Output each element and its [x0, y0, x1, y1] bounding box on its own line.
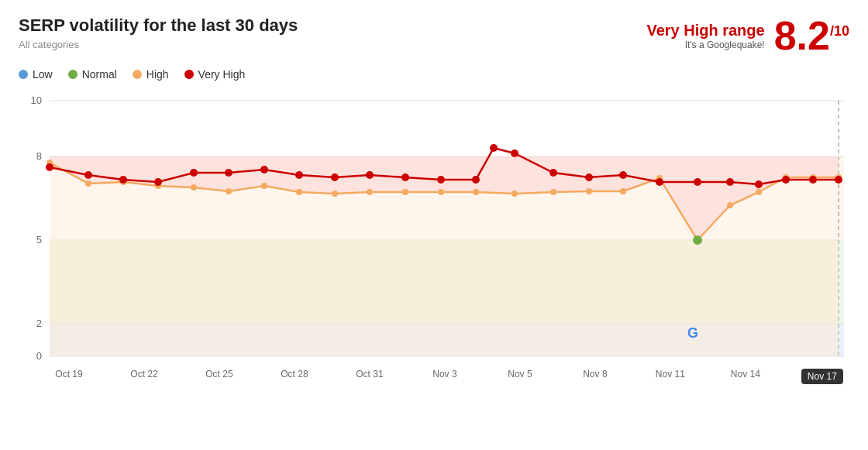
svg-point-26	[367, 189, 373, 195]
header-right: Very High range It's a Googlequake! 8.2/…	[646, 15, 849, 56]
x-label-oct25: Oct 25	[200, 369, 239, 384]
svg-point-60	[694, 178, 701, 186]
chart-area: 10 8 5 2 0	[19, 90, 849, 392]
legend-item-normal: Normal	[68, 68, 117, 81]
score-value: 8.2/10	[774, 13, 849, 58]
svg-point-29	[473, 189, 479, 195]
x-label-nov3: Nov 3	[425, 369, 464, 384]
legend-label-high: High	[146, 68, 169, 81]
svg-point-46	[225, 169, 232, 177]
range-subtitle: It's a Googlequake!	[646, 40, 764, 50]
svg-point-63	[782, 176, 790, 184]
page-subtitle: All categories	[19, 39, 298, 50]
svg-point-31	[550, 189, 556, 195]
range-label: Very High range It's a Googlequake!	[646, 22, 764, 50]
svg-point-61	[726, 178, 734, 186]
high-dot	[133, 70, 142, 79]
x-label-oct19: Oct 19	[50, 369, 88, 384]
x-label-nov8: Nov 8	[576, 369, 615, 384]
svg-point-43	[119, 176, 127, 184]
svg-point-48	[295, 171, 303, 179]
svg-point-55	[511, 149, 518, 157]
svg-point-37	[756, 189, 762, 195]
svg-text:0: 0	[36, 350, 42, 362]
score-display: 8.2/10	[774, 15, 849, 56]
svg-text:2: 2	[36, 318, 42, 329]
svg-point-32	[586, 188, 592, 194]
x-axis: Oct 19 Oct 22 Oct 25 Oct 28 Oct 31 Nov 3…	[19, 369, 843, 384]
svg-point-62	[755, 180, 763, 188]
legend-label-normal: Normal	[82, 68, 117, 81]
svg-marker-15	[50, 240, 839, 356]
normal-dot	[68, 70, 78, 79]
range-title: Very High range	[646, 22, 764, 40]
x-label-oct28: Oct 28	[275, 369, 314, 384]
svg-point-56	[549, 169, 557, 177]
svg-text:G: G	[687, 325, 698, 341]
x-label-oct31: Oct 31	[350, 369, 389, 384]
svg-point-28	[438, 189, 444, 195]
svg-point-24	[296, 189, 302, 195]
svg-point-58	[619, 171, 627, 179]
svg-point-30	[512, 191, 518, 197]
svg-point-54	[490, 144, 498, 152]
svg-point-23	[261, 183, 267, 189]
svg-point-22	[226, 188, 232, 194]
svg-point-53	[472, 176, 480, 184]
svg-point-27	[402, 189, 408, 195]
legend: Low Normal High Very High	[19, 68, 849, 81]
svg-point-18	[85, 180, 91, 187]
legend-label-low: Low	[33, 68, 53, 81]
svg-point-45	[190, 169, 198, 177]
x-label-oct22: Oct 22	[125, 369, 164, 384]
svg-point-41	[46, 163, 53, 171]
svg-point-35	[694, 236, 701, 244]
svg-text:8: 8	[36, 150, 42, 162]
header: SERP volatility for the last 30 days All…	[19, 15, 849, 56]
legend-item-high: High	[133, 68, 169, 81]
x-label-nov11: Nov 11	[651, 369, 690, 384]
x-label-nov14: Nov 14	[726, 369, 765, 384]
legend-item-very-high: Very High	[184, 68, 246, 81]
svg-point-57	[585, 173, 593, 181]
svg-point-51	[401, 173, 409, 181]
svg-point-52	[437, 176, 445, 184]
svg-point-42	[84, 171, 92, 179]
low-dot	[19, 70, 28, 79]
page-title: SERP volatility for the last 30 days	[19, 15, 298, 36]
page-container: SERP volatility for the last 30 days All…	[0, 0, 868, 450]
svg-point-36	[727, 202, 733, 208]
svg-point-25	[332, 191, 338, 197]
x-label-nov5: Nov 5	[501, 369, 539, 384]
legend-item-low: Low	[19, 68, 53, 81]
svg-point-47	[260, 166, 268, 173]
svg-point-50	[366, 171, 374, 179]
svg-point-33	[620, 188, 626, 194]
x-label-nov17[interactable]: Nov 17	[801, 369, 843, 384]
svg-point-44	[154, 178, 162, 186]
svg-point-21	[191, 184, 197, 191]
svg-point-59	[656, 178, 663, 186]
header-left: SERP volatility for the last 30 days All…	[19, 15, 298, 50]
svg-point-65	[835, 176, 842, 184]
svg-point-64	[809, 176, 817, 184]
svg-text:5: 5	[36, 234, 42, 246]
svg-text:10: 10	[31, 94, 42, 106]
svg-point-49	[331, 173, 339, 181]
chart-svg: 10 8 5 2 0	[19, 90, 849, 369]
legend-label-very-high: Very High	[198, 68, 246, 81]
very-high-dot	[184, 70, 194, 79]
